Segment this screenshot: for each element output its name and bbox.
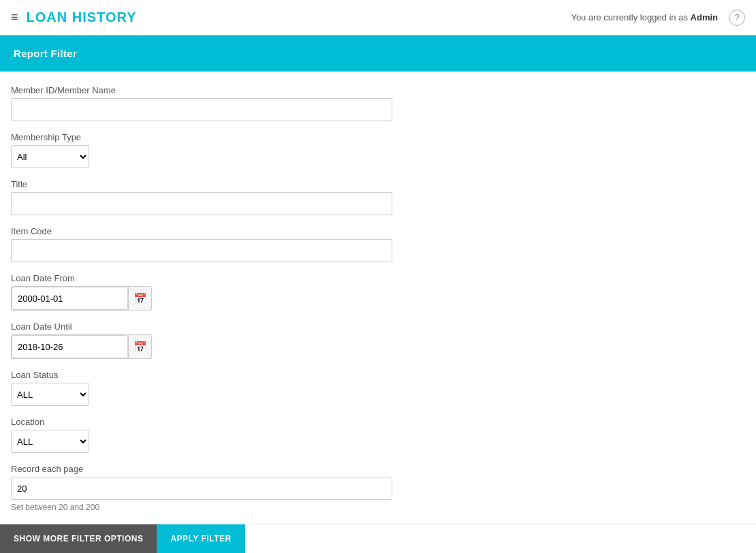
item-code-label: Item Code: [11, 226, 745, 236]
banner-title: Report Filter: [14, 48, 77, 59]
loan-status-label: Loan Status: [11, 370, 745, 380]
location-group: Location ALL: [11, 417, 745, 453]
login-text: You are currently logged in as: [571, 12, 690, 22]
loan-status-group: Loan Status ALL: [11, 370, 745, 406]
title-group: Title: [11, 179, 745, 215]
bottom-buttons: SHOW MORE FILTER OPTIONS APPLY FILTER: [0, 524, 756, 543]
logo-part2: HISTORY: [72, 10, 137, 25]
record-each-page-label: Record each page: [11, 464, 745, 474]
membership-type-select[interactable]: All: [11, 145, 89, 168]
form-area: Member ID/Member Name Membership Type Al…: [0, 72, 756, 543]
membership-type-label: Membership Type: [11, 132, 745, 142]
loan-date-from-group: Loan Date From 📅: [11, 273, 745, 311]
item-code-input[interactable]: [11, 239, 392, 262]
report-filter-banner: Report Filter: [0, 35, 756, 72]
record-each-page-input[interactable]: [11, 477, 392, 500]
loan-date-until-wrap: 📅: [11, 334, 152, 359]
loan-date-from-input[interactable]: [12, 287, 128, 310]
item-code-group: Item Code: [11, 226, 745, 262]
loan-date-from-wrap: 📅: [11, 286, 152, 311]
header-left: ≡ LOAN HISTORY: [11, 10, 137, 25]
help-icon[interactable]: ?: [729, 10, 745, 26]
title-input[interactable]: [11, 192, 392, 215]
loan-date-from-label: Loan Date From: [11, 273, 745, 283]
loan-date-until-label: Loan Date Until: [11, 321, 745, 332]
app-logo: LOAN HISTORY: [27, 10, 137, 25]
logo-part1: LOAN: [27, 10, 72, 25]
record-hint: Set between 20 and 200: [11, 503, 745, 512]
title-label: Title: [11, 179, 745, 189]
login-info: You are currently logged in as Admin: [571, 12, 718, 22]
member-id-group: Member ID/Member Name: [11, 85, 745, 121]
login-user: Admin: [691, 12, 718, 22]
menu-icon[interactable]: ≡: [11, 10, 18, 25]
member-id-input[interactable]: [11, 98, 392, 121]
loan-date-until-calendar-icon[interactable]: 📅: [128, 335, 151, 358]
loan-status-select[interactable]: ALL: [11, 383, 89, 406]
location-select[interactable]: ALL: [11, 430, 89, 453]
header: ≡ LOAN HISTORY You are currently logged …: [0, 0, 756, 35]
membership-type-group: Membership Type All: [11, 132, 745, 168]
apply-filter-button[interactable]: APPLY FILTER: [157, 524, 245, 543]
location-label: Location: [11, 417, 745, 427]
header-right: You are currently logged in as Admin ?: [571, 10, 745, 26]
loan-date-until-group: Loan Date Until 📅: [11, 321, 745, 359]
loan-date-until-input[interactable]: [12, 335, 128, 358]
member-id-label: Member ID/Member Name: [11, 85, 745, 95]
show-more-filter-button[interactable]: SHOW MORE FILTER OPTIONS: [0, 524, 157, 543]
loan-date-from-calendar-icon[interactable]: 📅: [128, 287, 151, 310]
record-each-page-group: Record each page Set between 20 and 200: [11, 464, 745, 512]
